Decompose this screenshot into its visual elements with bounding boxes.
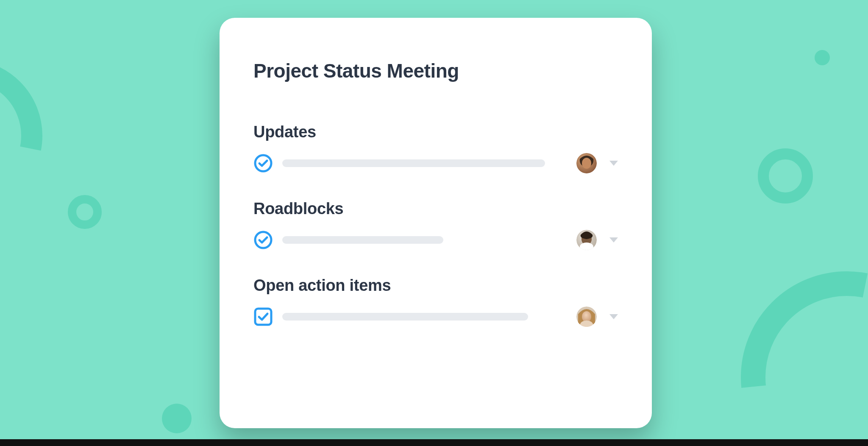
task-row	[253, 230, 618, 250]
task-text-placeholder	[282, 313, 528, 321]
section-updates: Updates	[253, 123, 618, 173]
section-open-action-items: Open action items	[253, 276, 618, 327]
section-title: Updates	[253, 123, 618, 141]
section-title: Roadblocks	[253, 200, 618, 218]
section-roadblocks: Roadblocks	[253, 200, 618, 250]
bottom-edge	[0, 439, 868, 446]
bg-arc-right	[741, 271, 868, 446]
check-circle-icon[interactable]	[253, 153, 273, 173]
svg-rect-8	[255, 309, 271, 325]
assignee-avatar[interactable]	[576, 307, 597, 327]
assignee-avatar[interactable]	[576, 153, 597, 173]
task-row	[253, 153, 618, 173]
section-title: Open action items	[253, 276, 618, 295]
bg-ring-right	[758, 148, 813, 203]
bg-dot-top-right	[815, 50, 830, 65]
bg-arc-left	[0, 59, 42, 212]
check-circle-icon[interactable]	[253, 230, 273, 250]
bg-dot-bottom-left	[162, 404, 192, 433]
chevron-down-icon[interactable]	[609, 161, 618, 166]
card-title: Project Status Meeting	[253, 59, 618, 82]
svg-point-3	[582, 158, 591, 169]
check-square-icon[interactable]	[253, 307, 273, 326]
task-text-placeholder	[282, 236, 443, 244]
task-row	[253, 307, 618, 327]
bg-ring-left	[68, 195, 102, 229]
task-text-placeholder	[282, 159, 545, 167]
chevron-down-icon[interactable]	[609, 237, 618, 243]
meeting-card: Project Status Meeting Updates	[220, 18, 652, 428]
chevron-down-icon[interactable]	[609, 314, 618, 319]
assignee-avatar[interactable]	[576, 230, 597, 250]
